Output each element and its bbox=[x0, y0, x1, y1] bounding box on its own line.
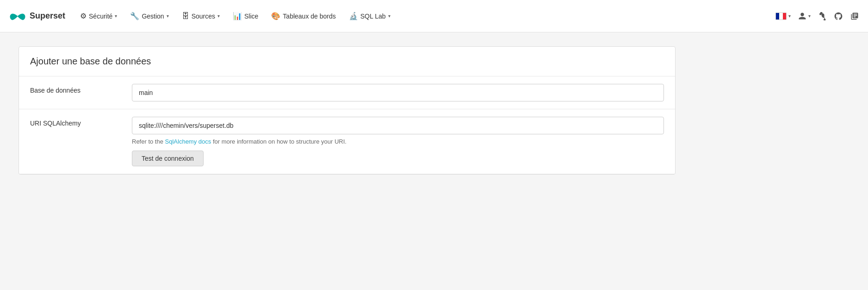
uri-label: URI SQLAlchemy bbox=[19, 109, 121, 137]
tableaux-icon: 🎨 bbox=[271, 12, 280, 20]
navbar-right: ▾ ▾ bbox=[775, 12, 859, 21]
uri-field: Refer to the SqlAlchemy docs for more in… bbox=[121, 109, 675, 174]
user-menu[interactable]: ▾ bbox=[798, 12, 811, 20]
nav-item-sqllab-label: SQL Lab bbox=[360, 13, 386, 20]
sqllab-chevron-icon: ▾ bbox=[388, 13, 391, 19]
securite-icon: ⚙ bbox=[80, 12, 87, 20]
gestion-chevron-icon: ▾ bbox=[167, 13, 169, 19]
gestion-icon: 🔧 bbox=[130, 12, 139, 20]
docs-button[interactable] bbox=[850, 12, 859, 20]
fork-button[interactable] bbox=[818, 12, 826, 20]
nav-menu: ⚙ Sécurité ▾ 🔧 Gestion ▾ 🗄 Sources ▾ 📊 S… bbox=[74, 8, 775, 24]
db-name-input[interactable] bbox=[132, 84, 664, 101]
nav-item-sqllab[interactable]: 🔬 SQL Lab ▾ bbox=[343, 8, 396, 24]
language-selector[interactable]: ▾ bbox=[775, 13, 791, 20]
sqllab-icon: 🔬 bbox=[349, 12, 358, 20]
hint-pre-text: Refer to the bbox=[132, 138, 165, 145]
form-container: Ajouter une base de données Base de donn… bbox=[19, 46, 676, 175]
nav-item-slice-label: Slice bbox=[244, 13, 258, 20]
uri-input[interactable] bbox=[132, 117, 664, 134]
securite-chevron-icon: ▾ bbox=[115, 13, 117, 19]
db-name-field bbox=[121, 76, 675, 109]
nav-item-tableaux[interactable]: 🎨 Tableaux de bords bbox=[266, 8, 341, 24]
main-content: Ajouter une base de données Base de donn… bbox=[0, 32, 694, 189]
nav-item-tableaux-label: Tableaux de bords bbox=[283, 13, 335, 20]
test-connection-button[interactable]: Test de connexion bbox=[132, 151, 204, 166]
nav-item-gestion-label: Gestion bbox=[142, 13, 164, 20]
nav-item-securite[interactable]: ⚙ Sécurité ▾ bbox=[74, 8, 123, 24]
book-icon bbox=[850, 12, 859, 20]
brand-name: Superset bbox=[30, 11, 65, 21]
github-icon bbox=[834, 12, 843, 21]
nav-item-sources[interactable]: 🗄 Sources ▾ bbox=[176, 8, 225, 24]
db-name-row: Base de données bbox=[19, 76, 675, 109]
form-title: Ajouter une base de données bbox=[19, 47, 675, 76]
db-name-label: Base de données bbox=[19, 76, 121, 104]
sources-chevron-icon: ▾ bbox=[217, 13, 220, 19]
language-chevron-icon: ▾ bbox=[788, 13, 791, 19]
navbar: Superset ⚙ Sécurité ▾ 🔧 Gestion ▾ 🗄 Sour… bbox=[0, 0, 868, 32]
nav-item-slice[interactable]: 📊 Slice bbox=[227, 8, 264, 24]
github-button[interactable] bbox=[834, 12, 843, 21]
superset-logo-icon bbox=[9, 11, 26, 21]
hint-post-text: for more information on how to structure… bbox=[211, 138, 347, 145]
uri-hint: Refer to the SqlAlchemy docs for more in… bbox=[132, 138, 664, 145]
slice-icon: 📊 bbox=[233, 12, 242, 20]
french-flag-icon bbox=[775, 13, 787, 20]
sqlalchemy-docs-link[interactable]: SqlAlchemy docs bbox=[165, 138, 211, 145]
nav-item-gestion[interactable]: 🔧 Gestion ▾ bbox=[124, 8, 174, 24]
nav-item-sources-label: Sources bbox=[192, 13, 215, 20]
fork-icon bbox=[818, 12, 826, 20]
uri-row: URI SQLAlchemy Refer to the SqlAlchemy d… bbox=[19, 109, 675, 174]
sources-icon: 🗄 bbox=[182, 12, 189, 20]
nav-item-securite-label: Sécurité bbox=[89, 13, 112, 20]
user-chevron-icon: ▾ bbox=[808, 13, 811, 19]
user-icon bbox=[798, 12, 806, 20]
brand-logo[interactable]: Superset bbox=[9, 11, 65, 21]
